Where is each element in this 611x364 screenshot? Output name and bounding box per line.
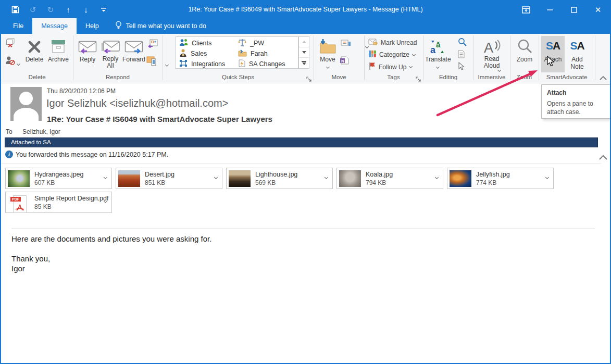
mark-unread-icon (368, 38, 378, 47)
move-folder-icon (316, 35, 340, 54)
attachment-lighthouse[interactable]: Lighthouse.jpg 569 KB (226, 168, 333, 189)
quick-step-label: _PW (250, 40, 264, 47)
group-label-tags: Tags (364, 74, 423, 81)
lightbulb-icon (115, 21, 122, 31)
to-recipient[interactable]: Selizhuk, Igor (22, 128, 60, 135)
attachment-dropdown-icon[interactable] (435, 176, 439, 180)
smartadvocate-logo: SA (570, 39, 584, 53)
meeting-icon[interactable] (148, 39, 158, 48)
body-text-line: Thank you, (11, 254, 50, 263)
quick-step-sa-changes[interactable]: SA Changes (238, 59, 285, 69)
sender-avatar[interactable] (10, 87, 42, 121)
select-icon[interactable] (458, 62, 465, 70)
follow-up-button[interactable]: Follow Up (368, 62, 413, 72)
onenote-icon[interactable]: N (340, 56, 350, 65)
quick-step-sales[interactable]: Sales (179, 49, 207, 58)
read-aloud-icon: A (476, 35, 507, 54)
sa-attach-button[interactable]: SA Attach (541, 36, 565, 73)
tab-help[interactable]: Help (77, 18, 108, 34)
block-sender-dropdown-icon[interactable] (17, 62, 20, 66)
quick-step-farah[interactable]: Farah (238, 49, 268, 58)
sales-icon (179, 49, 187, 58)
ribbon: Delete Archive Delete Reply Reply All Fo… (1, 34, 610, 83)
ribbon-display-options-icon[interactable] (514, 1, 538, 18)
group-label-respond: Respond (73, 74, 163, 81)
body-text-line: Here are the documents and pictures you … (11, 234, 211, 243)
integrations-icon (179, 59, 188, 69)
maximize-button[interactable] (562, 1, 586, 18)
attachment-pdf[interactable]: PDF Simple Report Design.pdf 85 KB (5, 192, 112, 213)
mark-unread-button[interactable]: Mark Unread (368, 38, 417, 47)
svg-text:N: N (341, 59, 344, 64)
attachment-jellyfish[interactable]: Jellyfish.jpg 774 KB (447, 168, 554, 189)
quick-step-label: Integrations (191, 60, 225, 68)
tooltip-text: Opens a pane to attach case. (547, 99, 608, 116)
translate-button[interactable]: aǎ Translate (425, 35, 450, 73)
quick-step-pw[interactable]: _PW (238, 39, 264, 48)
tell-me-label: Tell me what you want to do (126, 22, 206, 30)
minimize-button[interactable] (538, 1, 562, 18)
group-label-move: Move (314, 74, 364, 81)
scales-icon (238, 39, 246, 48)
info-icon: i (5, 150, 13, 158)
block-sender-icon[interactable] (5, 55, 15, 66)
rules-icon[interactable] (341, 39, 351, 47)
attachment-thumbnail (450, 170, 471, 187)
info-bar: i You forwarded this message on 11/16/20… (1, 149, 601, 164)
tab-file[interactable]: File (4, 18, 32, 34)
forward-button[interactable]: Forward (122, 35, 146, 73)
collapse-ribbon-icon[interactable] (599, 73, 607, 83)
zoom-button[interactable]: Zoom (513, 35, 537, 73)
group-label-immersive: Immersive (473, 74, 510, 81)
quick-steps-more-button[interactable] (299, 58, 309, 68)
delete-button[interactable]: Delete (23, 35, 46, 73)
reply-all-icon (99, 35, 122, 54)
quick-steps-scroll-up[interactable] (299, 37, 309, 47)
quick-step-clients[interactable]: Clients (179, 39, 211, 48)
mark-unread-label: Mark Unread (381, 39, 417, 46)
find-icon[interactable] (458, 37, 467, 46)
message-sender[interactable]: Igor Selizhuk <iselizhuk@hotmail.com> (46, 97, 228, 109)
sa-add-note-button[interactable]: SA Add Note (566, 36, 589, 73)
attachment-dropdown-icon[interactable] (104, 176, 107, 180)
attachment-dropdown-icon[interactable] (545, 176, 549, 180)
ignore-icon[interactable] (5, 37, 16, 48)
quick-step-label: Farah (251, 50, 268, 57)
collapse-header-icon[interactable] (598, 153, 608, 162)
move-button[interactable]: Move (316, 35, 340, 73)
related-icon[interactable] (457, 50, 465, 58)
share-im-dropdown-icon[interactable] (165, 64, 169, 67)
svg-text:a: a (430, 45, 436, 54)
forward-icon (122, 35, 146, 54)
to-label: To (6, 128, 13, 135)
attachment-hydrangeas[interactable]: Hydrangeas.jpeg 607 KB (5, 168, 112, 189)
reply-all-button[interactable]: Reply All (99, 35, 122, 73)
tab-message[interactable]: Message (32, 18, 77, 34)
attachment-thumbnail (229, 170, 251, 187)
tell-me-box[interactable]: Tell me what you want to do (108, 18, 214, 34)
archive-button[interactable]: Archive (46, 35, 71, 73)
quick-step-integrations[interactable]: Integrations (179, 59, 225, 69)
categorize-button[interactable]: Categorize (368, 50, 416, 59)
close-button[interactable]: ✕ (586, 1, 610, 18)
attachment-desert[interactable]: Desert.jpg 851 KB (116, 168, 222, 189)
ribbon-tab-row: File Message Help Tell me what you want … (1, 18, 610, 34)
attachment-koala[interactable]: Koala.jpg 794 KB (336, 168, 443, 189)
follow-up-dropdown-icon (409, 65, 413, 69)
attachment-dropdown-icon[interactable] (104, 200, 107, 204)
attachment-thumbnail (118, 170, 140, 187)
read-aloud-button[interactable]: A Read Aloud (476, 35, 507, 73)
quick-steps-scroll-down[interactable] (299, 47, 309, 58)
follow-up-flag-icon (368, 62, 376, 72)
attachment-dropdown-icon[interactable] (214, 176, 218, 180)
delete-icon (23, 35, 46, 54)
zoom-icon (513, 35, 537, 54)
quick-steps-scrollbar (298, 36, 309, 69)
reply-button[interactable]: Reply (76, 35, 99, 73)
body-divider (11, 229, 595, 229)
attachment-dropdown-icon[interactable] (325, 176, 328, 180)
categorize-label: Categorize (379, 51, 409, 58)
document-flash-icon (238, 59, 245, 69)
group-label-zoom: Zoom (510, 74, 539, 81)
share-im-icon[interactable] (146, 56, 158, 66)
